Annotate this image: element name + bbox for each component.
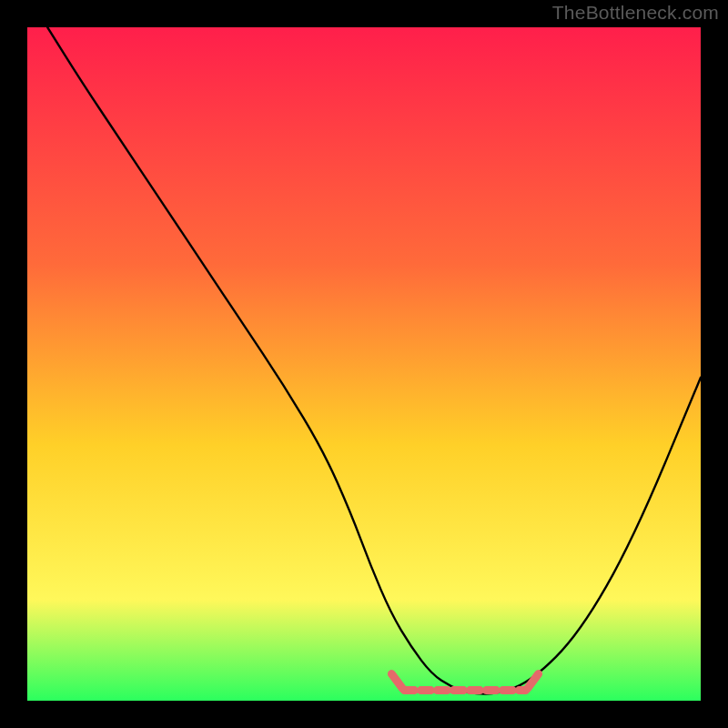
watermark-text: TheBottleneck.com (552, 2, 719, 24)
chart-svg (27, 27, 701, 701)
chart-frame: TheBottleneck.com (0, 0, 728, 728)
plot-area (27, 27, 701, 701)
